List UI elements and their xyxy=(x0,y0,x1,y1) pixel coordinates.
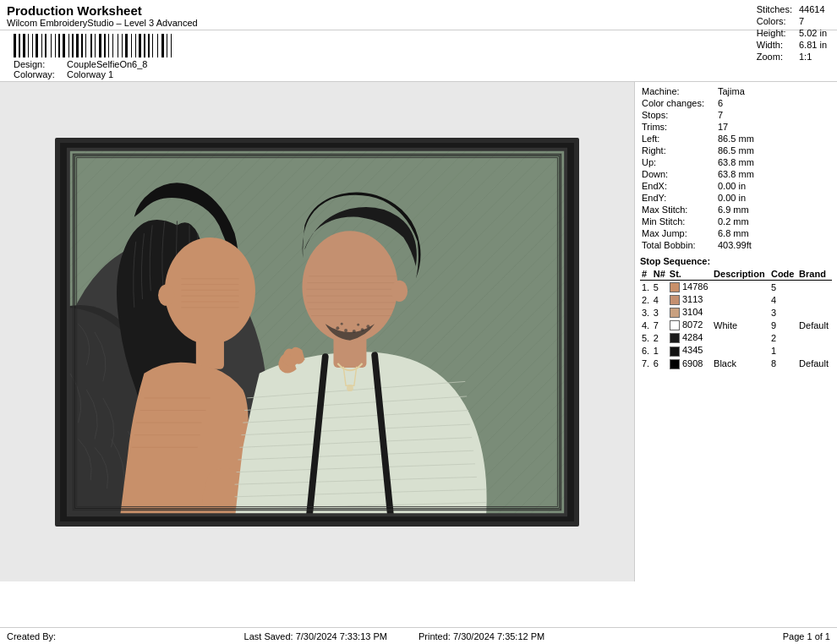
zoom-value: 1:1 xyxy=(796,51,830,63)
seq-row-6: 7. 6 6908 Black 8 Default xyxy=(640,357,832,370)
color-changes-label: Color changes: xyxy=(640,97,716,109)
seq-code: 1 xyxy=(769,344,797,357)
design-value: CoupleSelfieOn6_8 xyxy=(67,59,147,69)
svg-point-90 xyxy=(344,329,347,332)
seq-brand xyxy=(797,293,832,306)
width-label: Width: xyxy=(753,39,796,51)
seq-brand: Default xyxy=(797,357,832,370)
software-subtitle: Wilcom EmbroideryStudio – Level 3 Advanc… xyxy=(7,18,830,28)
seq-swatch: 3104 xyxy=(668,306,712,319)
stitches-label: Stitches: xyxy=(753,3,796,15)
down-label: Down: xyxy=(640,168,716,180)
svg-point-92 xyxy=(361,328,364,331)
barcode-row: (function() { const pattern = [3,1,2,1,3… xyxy=(7,32,178,59)
machine-value: Tajima xyxy=(716,85,832,97)
seq-brand: Default xyxy=(797,319,832,331)
last-saved-section: Last Saved: 7/30/2024 7:33:13 PM xyxy=(213,631,419,641)
seq-brand xyxy=(797,281,832,294)
color-changes-value: 6 xyxy=(716,97,832,109)
seq-order: 4 xyxy=(652,293,668,306)
right-panel: Machine: Tajima Color changes: 6 Stops: … xyxy=(634,82,837,581)
seq-brand xyxy=(797,331,832,344)
seq-num: 7. xyxy=(640,357,652,370)
max-jump-label: Max Jump: xyxy=(640,227,716,239)
last-saved-label: Last Saved: 7/30/2024 7:33:13 PM xyxy=(244,631,387,641)
seq-swatch: 4284 xyxy=(668,331,712,344)
seq-desc: Black xyxy=(712,357,769,370)
seq-header-code: Code xyxy=(769,268,797,281)
height-value: 5.02 in xyxy=(796,27,830,39)
svg-point-62 xyxy=(158,284,174,305)
seq-desc xyxy=(712,331,769,344)
seq-code: 4 xyxy=(769,293,797,306)
colorway-value: Colorway 1 xyxy=(67,69,113,79)
endy-value: 0.00 in xyxy=(716,192,832,204)
seq-swatch: 4345 xyxy=(668,344,712,357)
seq-code: 9 xyxy=(769,319,797,331)
seq-code: 2 xyxy=(769,331,797,344)
seq-swatch: 14786 xyxy=(668,281,712,294)
max-jump-value: 6.8 mm xyxy=(716,227,832,239)
page-section: Page 1 of 1 xyxy=(625,631,831,641)
seq-row-5: 6. 1 4345 1 xyxy=(640,344,832,357)
color-swatch-1 xyxy=(670,295,680,305)
printed-section: Printed: 7/30/2024 7:35:12 PM xyxy=(418,631,625,641)
seq-row-3: 4. 7 8072 White 9 Default xyxy=(640,319,832,331)
stop-sequence-title: Stop Sequence: xyxy=(640,256,832,266)
seq-num: 3. xyxy=(640,306,652,319)
color-swatch-4 xyxy=(670,333,680,343)
svg-point-95 xyxy=(357,323,359,325)
svg-point-94 xyxy=(341,322,343,325)
seq-brand xyxy=(797,306,832,319)
seq-swatch: 6908 xyxy=(668,357,712,370)
min-stitch-value: 0.2 mm xyxy=(716,216,832,227)
trims-value: 17 xyxy=(716,121,832,133)
seq-order: 7 xyxy=(652,319,668,331)
seq-order: 3 xyxy=(652,306,668,319)
footer: Created By: Last Saved: 7/30/2024 7:33:1… xyxy=(0,627,837,644)
right-label: Right: xyxy=(640,145,716,156)
max-stitch-value: 6.9 mm xyxy=(716,204,832,216)
color-swatch-6 xyxy=(670,359,680,369)
image-area xyxy=(0,82,634,581)
endy-label: EndY: xyxy=(640,192,716,204)
seq-order: 6 xyxy=(652,357,668,370)
embroidery-svg xyxy=(60,143,574,521)
created-by-section: Created By: xyxy=(7,631,213,641)
seq-num: 1. xyxy=(640,281,652,294)
colorway-label: Colorway: xyxy=(14,69,64,79)
svg-point-55 xyxy=(165,237,255,345)
main-content: Machine: Tajima Color changes: 6 Stops: … xyxy=(0,81,837,581)
zoom-label: Zoom: xyxy=(753,51,796,63)
design-row: Design: CoupleSelfieOn6_8 xyxy=(7,59,178,69)
seq-brand xyxy=(797,344,832,357)
machine-info-table: Machine: Tajima Color changes: 6 Stops: … xyxy=(640,85,832,251)
seq-row-1: 2. 4 3113 4 xyxy=(640,293,832,306)
colorway-row: Colorway: Colorway 1 xyxy=(7,69,178,79)
width-value: 6.81 in xyxy=(796,39,830,51)
max-stitch-label: Max Stitch: xyxy=(640,204,716,216)
seq-header-n: N# xyxy=(652,268,668,281)
up-value: 63.8 mm xyxy=(716,156,832,168)
seq-swatch: 3113 xyxy=(668,293,712,306)
colors-value: 7 xyxy=(796,15,830,27)
svg-point-80 xyxy=(302,231,397,342)
colors-label: Colors: xyxy=(753,15,796,27)
min-stitch-label: Min Stitch: xyxy=(640,216,716,227)
stitches-value: 44614 xyxy=(796,3,830,15)
right-value: 86.5 mm xyxy=(716,145,832,156)
stop-sequence-table: # N# St. Description Code Brand 1. 5 147… xyxy=(640,268,832,370)
seq-header-num: # xyxy=(640,268,652,281)
stitches-panel: Stitches: 44614 Colors: 7 Height: 5.02 i… xyxy=(753,3,830,63)
svg-point-91 xyxy=(353,330,356,333)
seq-desc xyxy=(712,293,769,306)
svg-point-88 xyxy=(391,280,408,301)
color-swatch-3 xyxy=(670,320,680,330)
stops-label: Stops: xyxy=(640,109,716,121)
svg-point-89 xyxy=(336,326,339,330)
machine-label: Machine: xyxy=(640,85,716,97)
seq-desc: White xyxy=(712,319,769,331)
seq-header-brand: Brand xyxy=(797,268,832,281)
seq-header-desc: Description xyxy=(712,268,769,281)
seq-num: 6. xyxy=(640,344,652,357)
